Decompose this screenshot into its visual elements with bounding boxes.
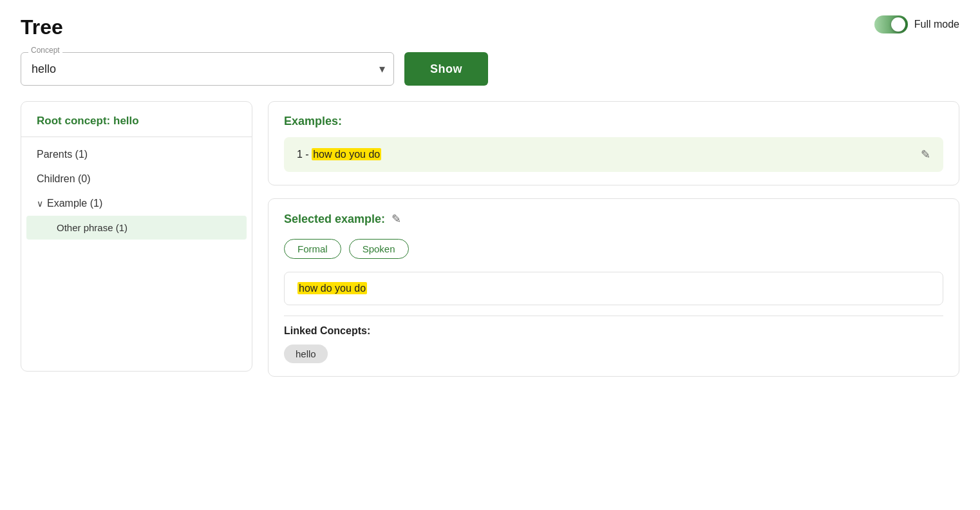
phrase-highlight: how do you do [297,282,367,294]
content-panel: Examples: 1 - how do you do ✎ Selected e… [268,101,959,377]
show-button[interactable]: Show [404,52,488,86]
tag-formal[interactable]: Formal [284,239,341,259]
chevron-expand-icon: ∨ [37,198,43,209]
linked-chip-hello[interactable]: hello [284,345,328,363]
fullmode-label: Full mode [914,19,959,30]
tags-row: Formal Spoken [284,239,943,259]
tag-spoken[interactable]: Spoken [349,239,409,259]
selected-example-title: Selected example: [284,212,385,226]
concept-label: Concept [28,46,62,55]
selected-edit-icon[interactable]: ✎ [391,212,401,226]
linked-concepts-title: Linked Concepts: [284,325,943,337]
phrase-box: how do you do [284,272,943,305]
fullmode-toggle-container[interactable]: Full mode [874,15,959,33]
example-text-1: 1 - how do you do [297,149,381,160]
fullmode-toggle-area: Full mode [874,15,959,33]
sidebar-item-example-label: Example (1) [47,198,102,209]
root-concept-row: Root concept: hello [21,115,252,137]
examples-title: Examples: [284,115,943,128]
selected-section: Selected example: ✎ Formal Spoken how do… [268,198,959,377]
root-concept-prefix: Root concept: [37,115,113,127]
main-layout: Root concept: hello Parents (1) Children… [21,101,959,377]
divider [284,316,943,316]
examples-section: Examples: 1 - how do you do ✎ [268,101,959,185]
fullmode-toggle[interactable] [874,15,908,33]
selected-title-row: Selected example: ✎ [284,212,943,226]
sidebar-item-example[interactable]: ∨ Example (1) [21,191,252,216]
root-concept-value: hello [113,115,139,127]
header-row: Concept hello world example ▾ Show [21,52,959,86]
sidebar: Root concept: hello Parents (1) Children… [21,101,252,372]
example-row-1: 1 - how do you do ✎ [284,137,943,172]
page-title: Tree [21,15,959,39]
edit-icon[interactable]: ✎ [921,147,930,162]
toggle-track [874,15,908,33]
sidebar-subitem-other-phrase[interactable]: Other phrase (1) [26,216,247,240]
sidebar-item-children[interactable]: Children (0) [21,167,252,191]
example-number: 1 - [297,149,312,160]
example-highlight: how do you do [312,148,381,160]
sidebar-item-parents[interactable]: Parents (1) [21,142,252,167]
toggle-thumb [891,17,905,32]
concept-select[interactable]: hello world example [21,52,394,86]
concept-select-wrapper: Concept hello world example ▾ [21,52,394,86]
